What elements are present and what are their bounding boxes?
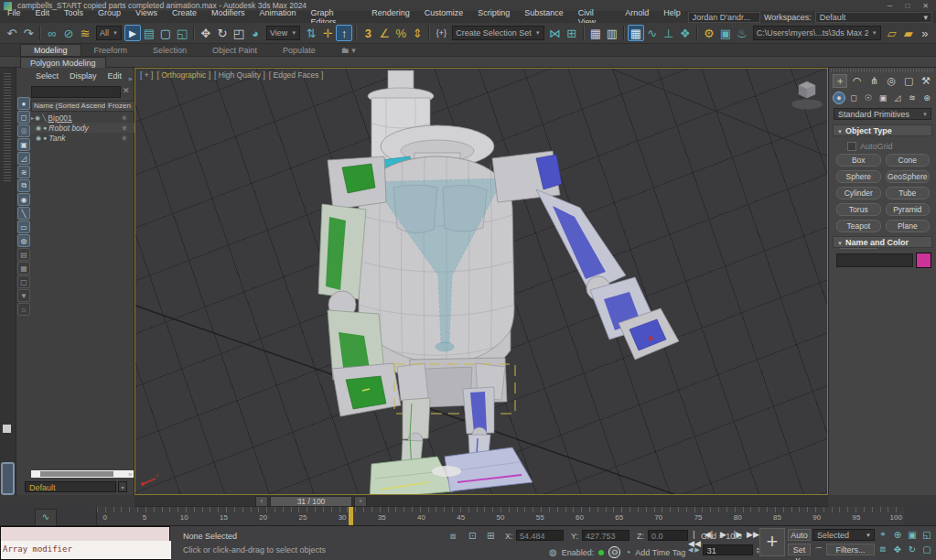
current-frame-marker[interactable]	[349, 507, 353, 525]
node-name[interactable]: Robot body	[48, 124, 88, 133]
schematic-view-icon[interactable]: ⊥	[661, 25, 677, 41]
toolbar-separator[interactable]	[583, 26, 585, 40]
material-editor-icon[interactable]: ❖	[677, 25, 694, 41]
select-object-icon[interactable]: ►	[124, 25, 141, 41]
primitive-button[interactable]: Sphere	[836, 170, 881, 183]
add-time-tag-label[interactable]: Add Time Tag	[635, 548, 685, 557]
explorer-menu-edit[interactable]: Edit	[103, 71, 127, 81]
cat-spacewarps-icon[interactable]: ≋	[906, 92, 919, 104]
autogrid-checkbox[interactable]: AutoGrid	[847, 142, 893, 151]
toolbar-separator[interactable]	[193, 26, 195, 40]
ribbon-tab-freeform[interactable]: Freeform	[81, 45, 141, 56]
frame-step-icons[interactable]: ◀ ▶	[688, 546, 700, 554]
user-account-dropdown[interactable]: Jordan D'andr... ▾	[688, 12, 760, 23]
mini-curve-editor-button[interactable]: ∿	[35, 509, 57, 526]
filter-cameras-icon[interactable]: ▣	[17, 138, 30, 151]
expand-icon[interactable]: ▸	[31, 114, 34, 121]
search-clear-icon[interactable]: ✕	[123, 86, 130, 95]
select-and-scale-icon[interactable]: ◰	[231, 25, 247, 41]
zoom-extents-icon[interactable]: ▣	[906, 528, 919, 541]
maximize-button[interactable]: □	[905, 2, 909, 10]
window-crossing-toggle-icon[interactable]: ◱	[174, 25, 190, 41]
select-and-manipulate-icon[interactable]: ✛	[319, 25, 336, 41]
redo-icon[interactable]: ↷	[20, 25, 37, 41]
eye-icon[interactable]: ◉	[35, 114, 40, 122]
primitive-category-dropdown[interactable]: ▼Standard Primitives	[834, 108, 931, 120]
time-slider-handle[interactable]: 31 / 100	[270, 496, 352, 507]
column-name-header[interactable]: Name (Sorted Ascending) ▴	[32, 102, 105, 111]
viewport-layout-tab[interactable]	[1, 462, 15, 495]
primitive-button[interactable]: GeoSphere	[886, 170, 931, 183]
ribbon-tab-modeling[interactable]: Modeling	[20, 44, 81, 56]
undo-icon[interactable]: ↶	[4, 25, 20, 41]
create-selection-set-dropdown[interactable]: Create Selection Set▼	[452, 26, 544, 40]
robot-model[interactable]	[135, 69, 828, 495]
named-selection-sets-icon[interactable]: {+}	[433, 25, 449, 41]
primitive-button[interactable]: Teapot	[836, 220, 881, 232]
auto-key-button[interactable]: Auto	[788, 529, 811, 541]
node-name[interactable]: Bip001	[48, 113, 71, 123]
scene-row-bip001[interactable]: ▸ ◉ ╲ Bip001 ✳	[31, 113, 134, 123]
viewport-shading-label[interactable]: [ Edged Faces ]	[269, 70, 324, 80]
isolate-selection-icon[interactable]: ⧈	[450, 531, 456, 542]
select-and-rotate-icon[interactable]: ↻	[214, 25, 231, 41]
tab-utilities-icon[interactable]: ⚒	[919, 74, 933, 88]
filter-lights-icon[interactable]: ☉	[17, 124, 30, 137]
object-color-swatch[interactable]	[916, 253, 931, 268]
selected-key-dropdown[interactable]: Selected▼	[812, 529, 875, 541]
project-folder-dropdown[interactable]: C:\Users\myers\...ts\3ds Max 2024▼	[753, 26, 881, 40]
cat-systems-icon[interactable]: ⊛	[920, 92, 933, 104]
node-name[interactable]: Tank	[48, 134, 65, 143]
cat-shapes-icon[interactable]: ◻	[847, 92, 860, 104]
filter-geometry-icon[interactable]: ●	[17, 97, 30, 110]
viewport-pov-label[interactable]: [ Orthographic ]	[156, 70, 210, 80]
adaptive-degradation-icon[interactable]: ◍	[549, 547, 557, 557]
panel-drag-handle[interactable]	[831, 69, 933, 72]
toggle-scene-explorer-icon[interactable]: ▦	[587, 25, 604, 41]
spinner-snap-icon[interactable]: ⇕	[409, 25, 425, 41]
toolbar-dock-icon[interactable]	[3, 425, 11, 433]
listener-pane[interactable]: Array modifier	[1, 541, 171, 559]
filter-visibility-icon[interactable]: ◍	[17, 234, 30, 247]
toolbar-overflow-icon[interactable]: »	[917, 25, 933, 41]
keyboard-override-toggle-icon[interactable]: ↑	[336, 25, 352, 41]
explorer-filter-icon[interactable]: ▼	[17, 289, 30, 302]
explorer-overflow2-icon[interactable]: »	[128, 470, 132, 479]
viewport-menu-plus[interactable]: [ + ]	[140, 70, 153, 80]
explorer-preset-dropdown[interactable]: Default	[25, 481, 116, 492]
unlink-selection-icon[interactable]: ⊘	[60, 25, 77, 41]
previous-frame-button[interactable]: ‹	[255, 496, 268, 507]
ribbon-tab-populate[interactable]: Populate	[270, 45, 328, 56]
primitive-button[interactable]: Cone	[886, 154, 931, 167]
scene-row-robot-body[interactable]: ◉ ● Robot body ✳	[31, 123, 134, 133]
cat-helpers-icon[interactable]: ◿	[891, 92, 904, 104]
toolbar-separator[interactable]	[623, 26, 625, 40]
key-filters-icon[interactable]: ⌒	[814, 545, 823, 558]
snaps-toggle-icon[interactable]: 3	[360, 25, 376, 41]
tab-motion-icon[interactable]: ◎	[884, 74, 898, 88]
object-name-input[interactable]	[836, 253, 913, 267]
y-coordinate-field[interactable]: 427.753	[582, 530, 629, 541]
explorer-find-icon[interactable]: ⌂	[17, 303, 30, 316]
explorer-pick-icon[interactable]: ▢	[17, 275, 30, 288]
select-and-link-icon[interactable]: ∞	[44, 25, 60, 41]
preset-options-button[interactable]: ▾	[118, 481, 127, 492]
key-filters-button[interactable]: Filters...	[826, 544, 875, 555]
track-bar-ruler[interactable]: 0510152025303540455055606570758085909510…	[96, 507, 904, 525]
zoom-region-icon[interactable]: ⧈	[877, 543, 889, 555]
transform-type-in-icon[interactable]: ⊞	[487, 531, 494, 541]
rectangular-selection-region-icon[interactable]: ▢	[157, 25, 174, 41]
filter-containers-icon[interactable]: ▭	[17, 221, 30, 233]
primitive-button[interactable]: Torus	[836, 203, 881, 216]
explorer-overflow-icon[interactable]: »	[128, 75, 132, 83]
frozen-toggle-icon[interactable]: ✳	[121, 124, 127, 133]
use-pivot-center-icon[interactable]: ⇅	[303, 25, 319, 41]
filter-spacewarps-icon[interactable]: ≋	[17, 166, 30, 178]
minimize-button[interactable]: ─	[888, 2, 893, 10]
tab-create-icon[interactable]: ＋	[833, 74, 847, 88]
maximize-viewport-icon[interactable]: ▢	[920, 543, 933, 555]
checkbox-icon[interactable]	[847, 142, 856, 151]
dock-handle[interactable]	[4, 71, 11, 181]
select-and-place-icon[interactable]: ◕	[247, 25, 264, 41]
selection-lock-icon[interactable]: ⊡	[468, 531, 476, 541]
